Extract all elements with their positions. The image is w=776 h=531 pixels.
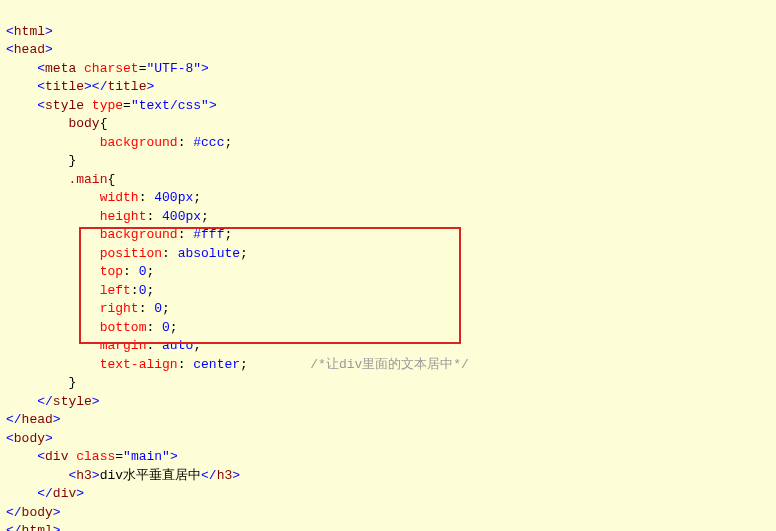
code-line: } <box>6 153 76 168</box>
code-line: </body> <box>6 505 61 520</box>
code-line: margin: auto; <box>6 338 201 353</box>
code-line: </div> <box>6 486 84 501</box>
code-line: position: absolute; <box>6 246 248 261</box>
code-line: background: #fff; <box>6 227 232 242</box>
code-line: background: #ccc; <box>6 135 232 150</box>
code-line: right: 0; <box>6 301 170 316</box>
code-line: </html> <box>6 523 61 531</box>
code-line: <h3>div水平垂直居中</h3> <box>6 468 240 483</box>
code-line: body{ <box>6 116 107 131</box>
code-line: top: 0; <box>6 264 154 279</box>
code-line: width: 400px; <box>6 190 201 205</box>
code-line: <title></title> <box>6 79 154 94</box>
code-line: .main{ <box>6 172 115 187</box>
code-line: <head> <box>6 42 53 57</box>
code-line: <div class="main"> <box>6 449 178 464</box>
code-line: <body> <box>6 431 53 446</box>
code-line: left:0; <box>6 283 154 298</box>
code-line: bottom: 0; <box>6 320 178 335</box>
code-line: </style> <box>6 394 100 409</box>
code-line: <html> <box>6 24 53 39</box>
code-comment: /*让div里面的文本居中*/ <box>310 357 469 372</box>
code-line: </head> <box>6 412 61 427</box>
code-snippet: <html> <head> <meta charset="UTF-8"> <ti… <box>0 0 776 531</box>
code-line: } <box>6 375 76 390</box>
code-line: <style type="text/css"> <box>6 98 217 113</box>
code-line: height: 400px; <box>6 209 209 224</box>
code-line: <meta charset="UTF-8"> <box>6 61 209 76</box>
code-line: text-align: center; /*让div里面的文本居中*/ <box>6 357 469 372</box>
